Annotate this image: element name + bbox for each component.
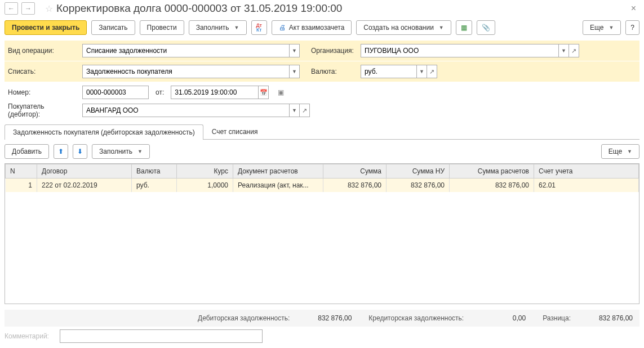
buyer-input[interactable] [82,104,290,117]
credit-label: Кредиторская задолженность: [368,314,464,322]
op-type-dropdown[interactable]: ▼ [290,44,300,57]
debt-table[interactable]: N Договор Валюта Курс Документ расчетов … [5,163,639,304]
calendar-icon: 📅 [260,89,268,96]
attach-button[interactable]: 📎 [477,20,495,35]
currency-dropdown[interactable]: ▼ [417,65,427,78]
from-label: от: [156,88,164,96]
add-row-button[interactable]: Добавить [5,144,49,159]
close-icon[interactable]: × [628,3,639,14]
col-rate[interactable]: Курс [177,164,233,179]
op-type-label: Вид операции: [8,47,78,55]
number-input[interactable] [82,86,149,99]
currency-label: Валюта: [311,68,356,75]
table-row[interactable]: 1 222 от 02.02.2019 руб. 1,0000 Реализац… [6,179,639,193]
doc-status-icon: ▣ [278,88,284,96]
col-contract[interactable]: Договор [37,164,132,179]
col-sum-nu[interactable]: Сумма НУ [387,164,450,179]
writeoff-label: Списать: [8,68,78,75]
col-account[interactable]: Счет учета [534,164,639,179]
move-up-button[interactable]: ⬆ [54,144,68,159]
table-more-button[interactable]: Еще▼ [601,144,639,159]
record-button[interactable]: Записать [91,20,135,35]
favorite-star-icon[interactable]: ☆ [45,3,53,14]
calendar-button[interactable]: 📅 [259,86,269,99]
currency-open-button[interactable]: ↗ [427,65,437,78]
chevron-down-icon: ▼ [439,25,444,30]
tab-debt[interactable]: Задолженность покупателя (дебиторская за… [5,124,203,140]
fill-button[interactable]: Заполнить▼ [189,20,247,35]
structure-button[interactable]: ▦ [456,20,472,35]
dtkt-icon: ДтКт [256,23,262,32]
chevron-down-icon: ▼ [627,149,632,154]
submit-close-button[interactable]: Провести и закрыть [5,20,87,35]
page-title: Корректировка долга 0000-000003 от 31.05… [56,2,342,15]
arrow-down-icon: ⬇ [77,148,83,155]
help-button[interactable]: ? [625,20,639,35]
debit-value: 832 876,00 [307,314,352,322]
chevron-down-icon: ▼ [609,25,614,30]
tab-writeoff-account[interactable]: Счет списания [203,124,267,139]
org-open-button[interactable]: ↗ [569,44,579,57]
act-button[interactable]: 🖨Акт взаимозачета [272,20,352,35]
paperclip-icon: 📎 [482,24,490,32]
arrow-up-icon: ⬆ [58,148,64,155]
op-type-input[interactable] [82,44,290,57]
col-sum-calc[interactable]: Сумма расчетов [450,164,534,179]
org-dropdown[interactable]: ▼ [559,44,569,57]
submit-button[interactable]: Провести [140,20,184,35]
chevron-down-icon: ▼ [234,25,239,30]
nav-forward-button[interactable]: → [21,2,35,15]
col-sum[interactable]: Сумма [323,164,387,179]
credit-value: 0,00 [481,314,526,322]
print-icon: 🖨 [279,24,286,32]
fill-table-button[interactable]: Заполнить▼ [92,144,150,159]
number-label: Номер: [8,88,78,96]
col-doc[interactable]: Документ расчетов [233,164,323,179]
more-button[interactable]: Еще▼ [583,20,621,35]
org-label: Организация: [311,47,356,55]
create-based-button[interactable]: Создать на основании▼ [356,20,451,35]
diff-label: Разница: [543,314,571,322]
nav-back-button[interactable]: ← [5,2,18,15]
writeoff-dropdown[interactable]: ▼ [290,65,300,78]
date-input[interactable] [171,86,259,99]
buyer-dropdown[interactable]: ▼ [290,104,300,117]
diff-value: 832 876,00 [588,314,633,322]
move-down-button[interactable]: ⬇ [73,144,87,159]
buyer-open-button[interactable]: ↗ [300,104,310,117]
col-n[interactable]: N [6,164,37,179]
dtkt-button[interactable]: ДтКт [251,20,267,35]
writeoff-input[interactable] [82,65,290,78]
currency-input[interactable] [361,65,417,78]
comment-input[interactable] [60,329,263,343]
comment-label-cut: Комментарий: [5,329,55,343]
col-currency[interactable]: Валюта [132,164,177,179]
chevron-down-icon: ▼ [137,149,143,154]
org-input[interactable] [361,44,559,57]
structure-icon: ▦ [461,24,467,32]
debit-label: Дебиторская задолженность: [198,314,290,322]
buyer-label: Покупатель (дебитор): [8,102,78,118]
